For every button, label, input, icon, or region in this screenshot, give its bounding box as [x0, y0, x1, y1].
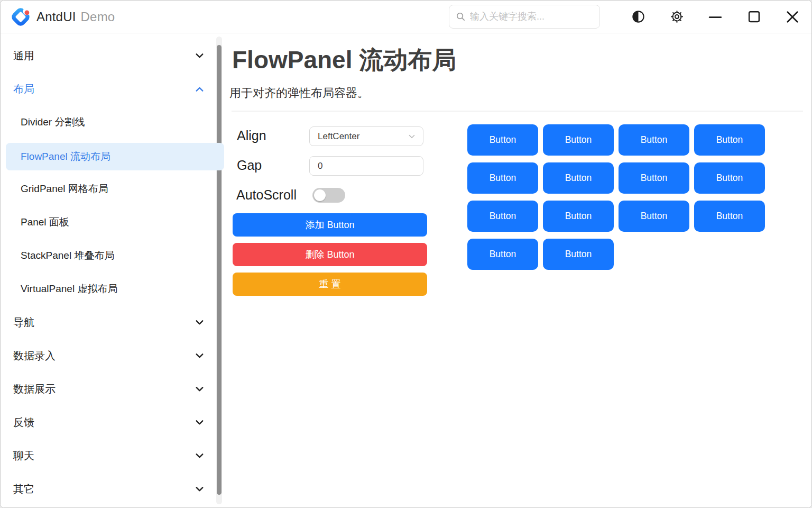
sidebar-menu: 通用布局Divider 分割线FlowPanel 流动布局GridPanel 网… — [1, 33, 224, 507]
sidebar-group[interactable]: 数据展示 — [1, 377, 224, 401]
chevron-down-icon — [194, 50, 205, 61]
search-box[interactable] — [449, 5, 600, 29]
chevron-down-icon — [194, 450, 205, 461]
app-title-secondary: Demo — [81, 10, 115, 24]
align-label: Align — [237, 128, 266, 143]
flow-button[interactable]: Button — [694, 162, 765, 194]
sidebar-item-label: 通用 — [13, 49, 34, 63]
theme-toggle-button[interactable] — [626, 5, 650, 29]
flow-button[interactable]: Button — [543, 162, 614, 194]
sidebar-item-label: 布局 — [13, 82, 34, 96]
close-button[interactable] — [780, 5, 805, 29]
sidebar-group[interactable]: 通用 — [1, 44, 224, 67]
delete-button[interactable]: 删除 Button — [233, 243, 427, 266]
page-subtitle: 用于对齐的弹性布局容器。 — [229, 85, 369, 101]
settings-button[interactable] — [665, 5, 689, 29]
sidebar-item-label: GridPanel 网格布局 — [21, 182, 108, 196]
chevron-down-icon — [194, 317, 205, 328]
app-window: AntdUIDemo — [0, 0, 812, 508]
sidebar-item-label: StackPanel 堆叠布局 — [21, 249, 114, 262]
flow-button[interactable]: Button — [543, 124, 614, 156]
sidebar-item-label: FlowPanel 流动布局 — [21, 150, 110, 164]
sidebar-item-label: 反馈 — [13, 415, 34, 430]
sidebar-subitem[interactable]: Divider 分割线 — [1, 111, 224, 134]
chevron-down-icon — [407, 132, 417, 141]
flow-button[interactable]: Button — [694, 124, 765, 156]
sidebar-item-label: Divider 分割线 — [21, 115, 85, 129]
app-title-primary: AntdUI — [36, 10, 76, 24]
maximize-button[interactable] — [742, 5, 766, 29]
flow-button[interactable]: Button — [543, 239, 614, 270]
sidebar-subitem[interactable]: VirtualPanel 虚拟布局 — [1, 277, 224, 301]
search-icon — [456, 12, 466, 22]
toggle-knob — [314, 189, 326, 201]
flow-button[interactable]: Button — [619, 201, 689, 232]
sidebar-group[interactable]: 反馈 — [1, 411, 224, 434]
sidebar-item-label: 数据录入 — [13, 349, 56, 363]
add-button[interactable]: 添加 Button — [233, 213, 427, 237]
sidebar-subitem[interactable]: Panel 面板 — [1, 211, 224, 234]
flow-button[interactable]: Button — [467, 124, 538, 156]
flow-panel: ButtonButtonButtonButtonButtonButtonButt… — [467, 124, 765, 270]
chevron-down-icon — [194, 350, 205, 361]
flow-button[interactable]: Button — [467, 239, 538, 270]
flow-button[interactable]: Button — [467, 162, 538, 194]
autoscroll-toggle[interactable] — [312, 188, 345, 203]
chevron-up-icon — [194, 84, 205, 95]
section-divider — [232, 111, 803, 112]
antdui-logo-icon — [10, 6, 31, 28]
sidebar-group[interactable]: 布局 — [1, 77, 224, 101]
align-select[interactable]: LeftCenter — [309, 126, 423, 146]
gap-label: Gap — [237, 158, 262, 173]
flow-button[interactable]: Button — [467, 201, 538, 232]
chevron-down-icon — [194, 484, 205, 495]
sidebar-item-label: 数据展示 — [13, 382, 56, 396]
sidebar-group[interactable]: 聊天 — [1, 444, 224, 467]
sidebar-subitem[interactable]: GridPanel 网格布局 — [1, 177, 224, 201]
sidebar-item-label: Panel 面板 — [21, 215, 69, 229]
gear-icon — [670, 10, 684, 24]
titlebar-actions — [449, 5, 805, 29]
chevron-down-icon — [194, 384, 205, 395]
title-bar: AntdUIDemo — [1, 1, 811, 33]
sidebar-item-label: 聊天 — [13, 449, 34, 463]
sidebar-group[interactable]: 数据录入 — [1, 344, 224, 367]
sidebar-item-selected[interactable]: FlowPanel 流动布局 — [6, 143, 224, 170]
sidebar-item-label: 导航 — [13, 315, 34, 330]
reset-button[interactable]: 重 置 — [233, 273, 427, 296]
app-title: AntdUIDemo — [36, 10, 115, 24]
flow-button[interactable]: Button — [694, 201, 765, 232]
sidebar-group[interactable]: 其它 — [1, 477, 224, 501]
gap-input[interactable] — [309, 156, 423, 176]
flow-button[interactable]: Button — [619, 124, 689, 156]
sidebar-subitem[interactable]: StackPanel 堆叠布局 — [1, 244, 224, 267]
sidebar-group[interactable]: 导航 — [1, 311, 224, 334]
minimize-icon — [708, 10, 722, 24]
flow-button[interactable]: Button — [619, 162, 689, 194]
theme-toggle-icon — [631, 10, 645, 24]
minimize-button[interactable] — [703, 5, 727, 29]
chevron-down-icon — [194, 417, 205, 428]
sidebar-item-label: 其它 — [13, 482, 34, 496]
close-icon — [786, 10, 799, 24]
maximize-icon — [748, 10, 761, 23]
main-content: FlowPanel 流动布局 用于对齐的弹性布局容器。 Align LeftCe… — [225, 33, 811, 507]
search-input[interactable] — [470, 11, 593, 22]
flow-button[interactable]: Button — [543, 201, 614, 232]
autoscroll-label: AutoScroll — [236, 187, 297, 203]
page-title: FlowPanel 流动布局 — [232, 44, 456, 77]
sidebar-item-label: VirtualPanel 虚拟布局 — [21, 282, 117, 296]
align-select-value: LeftCenter — [318, 131, 359, 142]
